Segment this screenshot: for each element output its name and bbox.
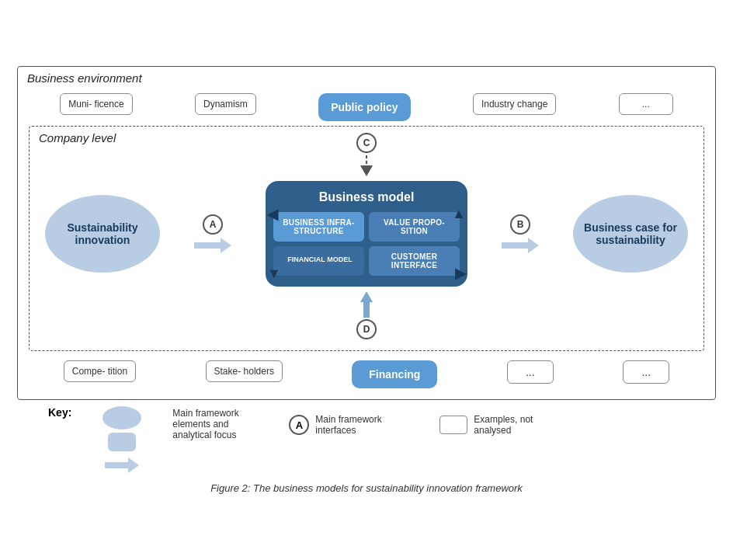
industry-change-box: Industry change: [473, 93, 556, 115]
svg-rect-8: [105, 462, 128, 468]
financing-box: Financing: [352, 360, 437, 388]
inner-model-grid: BUSINESS INFRA- STRUCTURE ◀ VALUE PROPO-…: [273, 212, 460, 276]
svg-rect-7: [363, 302, 370, 318]
key-circle-group: A Main framework interfaces: [289, 414, 408, 436]
arrow-tl: ◀: [267, 206, 278, 223]
company-level-box: Company level C Sustainability inn: [29, 126, 704, 351]
arrow-bl: ▼: [267, 266, 281, 282]
arrow-A-right: [194, 238, 231, 253]
business-model-title: Business model: [273, 190, 460, 204]
business-env-label: Business environment: [27, 71, 142, 85]
key-elements-text: Main framework elements and analytical f…: [172, 408, 258, 440]
circle-D: D: [356, 319, 377, 339]
key-ellipse-icon: [102, 406, 141, 430]
key-small-box-icon: [439, 416, 467, 434]
value-prop-box: VALUE PROPO- SITION ▲: [369, 212, 460, 242]
ellipsis3-box: ...: [623, 360, 669, 384]
ellipsis1-box: ...: [619, 93, 673, 115]
svg-marker-6: [360, 291, 373, 302]
arrow-br: ▶: [455, 265, 466, 282]
arrow-B-right: [502, 238, 539, 253]
business-infra-box: BUSINESS INFRA- STRUCTURE ◀: [273, 212, 364, 242]
key-group: Key:: [48, 406, 71, 419]
top-env-row: Muni- ficence Dynamism Public policy Ind…: [29, 93, 704, 121]
ellipsis2-box: ...: [507, 360, 554, 384]
svg-marker-9: [128, 457, 139, 473]
business-environment-box: Business environment Muni- ficence Dynam…: [17, 66, 716, 400]
circle-A: A: [203, 214, 223, 235]
svg-marker-3: [221, 238, 231, 253]
arrow-C-down: [355, 150, 378, 176]
key-arrow-icon: [105, 457, 139, 473]
competition-box: Compe- tition: [64, 360, 136, 382]
key-interfaces-text: Main framework interfaces: [315, 414, 408, 436]
key-ellipse-group: [102, 406, 141, 476]
key-box-group: Examples, not analysed: [439, 414, 551, 436]
financial-model-box: ▼: [273, 246, 364, 276]
bottom-env-row: Compe- tition Stake- holders Financing .…: [29, 357, 704, 388]
business-model-box: Business model BUSINESS INFRA- STRUCTURE…: [266, 181, 467, 287]
munificence-box: Muni- ficence: [60, 93, 132, 115]
arrow-D-up: [355, 291, 378, 318]
stakeholders-box: Stake- holders: [206, 360, 283, 382]
key-rect-icon: [108, 433, 136, 451]
svg-rect-2: [194, 242, 221, 249]
page-container: Business environment Muni- ficence Dynam…: [9, 58, 724, 502]
key-circle-icon: A: [289, 415, 309, 435]
customer-interface-box: CUSTOMER INTERFACE ▶: [369, 246, 460, 276]
svg-marker-1: [360, 165, 373, 176]
circle-C: C: [356, 133, 377, 153]
svg-marker-5: [528, 238, 539, 253]
arrow-tr: ▲: [452, 206, 466, 222]
key-examples-text: Examples, not analysed: [474, 414, 551, 436]
business-case-ellipse: Business case for sustainability: [573, 195, 688, 273]
svg-rect-4: [502, 242, 528, 249]
figure-caption: Figure 2: The business models for sustai…: [17, 482, 716, 494]
public-policy-box: Public policy: [318, 93, 410, 121]
key-label: Key:: [48, 406, 71, 419]
circle-B: B: [510, 214, 530, 235]
dynamism-box: Dynamism: [195, 93, 256, 115]
sustainability-innovation-ellipse: Sustainability innovation: [45, 195, 160, 273]
